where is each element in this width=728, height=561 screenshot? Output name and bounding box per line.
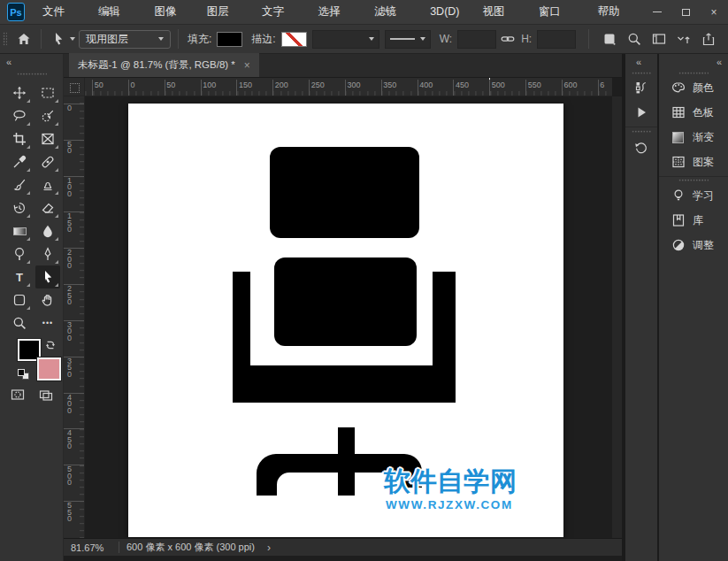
canvas[interactable]: 软件自学网 WWW.RJZXW.COM <box>128 104 563 537</box>
spot-healing-tool[interactable] <box>35 150 60 173</box>
panel-item-swatches[interactable]: 色板 <box>659 100 728 125</box>
stroke-type-combo[interactable] <box>385 30 431 49</box>
menu-8[interactable]: 3D(D) <box>418 0 471 24</box>
workspace-switcher-icon[interactable] <box>674 28 694 50</box>
collapse-dock-icon[interactable]: « <box>6 57 11 67</box>
zoom-tool[interactable] <box>7 311 32 334</box>
hand-tool[interactable] <box>35 288 60 311</box>
document-area: 未标题-1 @ 81.7% (背景, RGB/8) * × 5005010015… <box>64 54 622 561</box>
eyedropper-tool[interactable] <box>7 150 32 173</box>
horizontal-ruler[interactable]: 500501001502002503003504004505005506006 <box>85 78 612 96</box>
screen-mode-icon[interactable] <box>39 388 53 402</box>
menu-11[interactable]: 帮助(H) <box>586 0 643 24</box>
panel-item-learn[interactable]: 学习 <box>659 183 728 208</box>
separator <box>588 29 589 49</box>
separator <box>119 542 119 553</box>
stroke-color-swatch[interactable] <box>281 32 307 47</box>
menu-4[interactable]: 图层(L) <box>195 0 250 24</box>
photoshop-logo[interactable]: Ps <box>7 3 25 21</box>
photoshop-window: Ps 文件(F)编辑(E)图像(I)图层(L)文字(Y)选择(S)滤镜(T)3D… <box>0 0 728 561</box>
panel-item-pattern[interactable]: 图案 <box>659 150 728 174</box>
menu-3[interactable]: 图像(I) <box>143 0 195 24</box>
shape-height-input[interactable] <box>537 30 576 49</box>
blur-tool[interactable] <box>35 219 60 242</box>
vertical-scrollbar[interactable] <box>612 96 622 538</box>
tab-close-icon[interactable]: × <box>244 59 250 72</box>
status-chevron-icon[interactable]: › <box>267 542 271 554</box>
default-colors-icon-front[interactable] <box>18 369 25 376</box>
strip-grip[interactable] <box>632 72 651 75</box>
select-mode-dropdown[interactable]: 现用图层 <box>79 30 171 49</box>
panel-item-libraries[interactable]: 库 <box>659 208 728 233</box>
options-bar: 现用图层 填充: 描边: W: H: <box>0 25 728 54</box>
collapse-panel-icon[interactable]: « <box>717 57 721 67</box>
rectangle-tool[interactable] <box>7 288 32 311</box>
dodge-tool[interactable] <box>7 242 32 265</box>
tool-preset-chevron-icon[interactable] <box>70 37 75 41</box>
close-button[interactable]: × <box>700 0 728 24</box>
panel-item-color[interactable]: 颜色 <box>659 75 728 100</box>
maximize-button[interactable] <box>671 0 700 24</box>
swap-colors-icon[interactable] <box>43 338 57 352</box>
frame-tool[interactable] <box>35 127 60 150</box>
maximize-icon <box>682 9 690 16</box>
document-tab-bar: 未标题-1 @ 81.7% (背景, RGB/8) * × <box>64 54 622 78</box>
background-color-swatch[interactable] <box>37 357 61 380</box>
path-selection-tool[interactable] <box>35 265 60 288</box>
ruler-label: 3 5 0 <box>67 358 72 379</box>
ruler-label: 6 <box>600 81 604 89</box>
properties-panel-icon[interactable] <box>649 28 669 50</box>
lasso-tool[interactable] <box>7 104 32 127</box>
menu-5[interactable]: 文字(Y) <box>250 0 307 24</box>
shape-width-input[interactable] <box>457 30 496 49</box>
ruler-label: 100 <box>203 81 216 89</box>
share-icon[interactable] <box>699 28 718 50</box>
menu-2[interactable]: 编辑(E) <box>87 0 143 24</box>
quick-mask-icon[interactable] <box>11 388 25 402</box>
collapse-strip-icon[interactable]: « <box>636 57 640 67</box>
document-tab[interactable]: 未标题-1 @ 81.7% (背景, RGB/8) * × <box>69 53 259 77</box>
ruler-origin[interactable] <box>64 78 85 96</box>
clone-stamp-tool[interactable] <box>35 173 60 196</box>
fill-color-swatch[interactable] <box>217 32 242 47</box>
pen-tool[interactable] <box>35 242 60 265</box>
ruler-tick <box>453 80 454 96</box>
options-grip[interactable] <box>3 32 7 46</box>
gradient-tool[interactable] <box>7 219 32 242</box>
solid-line-icon <box>390 38 415 40</box>
snapshot-icon[interactable] <box>632 79 650 96</box>
shape-mask-icon[interactable] <box>600 28 619 50</box>
brush-tool[interactable] <box>7 173 32 196</box>
menu-6[interactable]: 选择(S) <box>307 0 364 24</box>
stroke-width-combo[interactable] <box>312 30 379 49</box>
menu-7[interactable]: 滤镜(T) <box>363 0 418 24</box>
menu-1[interactable]: 文件(F) <box>31 0 87 24</box>
type-tool[interactable]: T <box>7 265 32 288</box>
ruler-tick <box>525 80 526 96</box>
ruler-tick <box>92 80 93 96</box>
current-tool-icon[interactable] <box>49 28 68 50</box>
menu-9[interactable]: 视图(V) <box>471 0 528 24</box>
dock-grip[interactable] <box>17 73 47 76</box>
edit-toolbar-tool[interactable]: ••• <box>35 311 60 334</box>
eraser-tool[interactable] <box>35 196 60 219</box>
rectangular-marquee-tool[interactable] <box>35 81 60 104</box>
home-icon[interactable] <box>14 28 34 50</box>
panel-item-gradient[interactable]: 渐变 <box>659 125 728 150</box>
zoom-level-field[interactable]: 81.67% <box>71 542 111 553</box>
panel-grip[interactable] <box>678 179 709 182</box>
quick-selection-tool[interactable] <box>35 104 60 127</box>
link-dimensions-icon[interactable] <box>498 28 517 50</box>
search-icon[interactable] <box>625 28 644 50</box>
menu-10[interactable]: 窗口(W) <box>527 0 586 24</box>
crop-tool[interactable] <box>7 127 32 150</box>
strip-grip[interactable] <box>632 130 651 134</box>
move-tool[interactable] <box>7 81 32 104</box>
vertical-ruler[interactable]: 05 01 0 01 5 02 0 02 5 03 0 03 5 04 0 04… <box>64 96 85 538</box>
actions-play-icon[interactable] <box>632 104 650 121</box>
history-brush-tool[interactable] <box>7 196 32 219</box>
panel-item-adjustments[interactable]: 调整 <box>659 233 728 257</box>
select-mode-value: 现用图层 <box>86 32 158 47</box>
minimize-button[interactable] <box>643 0 671 24</box>
history-icon[interactable] <box>632 139 650 157</box>
